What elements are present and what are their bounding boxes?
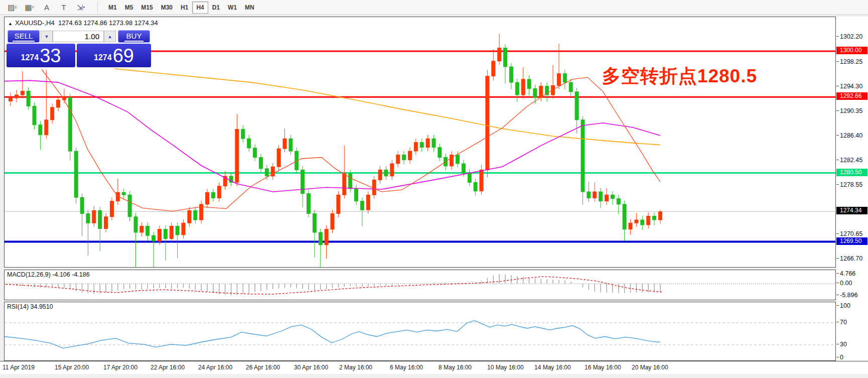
hline-price-label: 1292.66 <box>836 92 867 100</box>
date-label: 30 Apr 16:00 <box>294 364 328 371</box>
sell-price-big: 33 <box>40 46 61 65</box>
macd-tick: -5.896 <box>840 292 857 299</box>
chart-title: ▲XAUUSD-,H4 1274.63 1274.86 1273.98 1274… <box>8 19 158 27</box>
grid-tool-icon[interactable]: ▦F <box>22 2 37 14</box>
rsi-tick: 70 <box>840 319 847 326</box>
pattern-tool-icon[interactable]: ▨E <box>5 2 20 14</box>
timeframe-button-m15[interactable]: M15 <box>137 2 157 14</box>
price-tick: 1294.30 <box>840 83 862 90</box>
date-label: 10 May 16:00 <box>487 364 524 371</box>
arrow-up-icon: ▲ <box>108 34 112 39</box>
price-tick: 1270.65 <box>840 230 862 237</box>
macd-chart <box>5 270 835 300</box>
timeframe-button-h1[interactable]: H1 <box>177 2 192 14</box>
price-tick: 1298.25 <box>840 58 862 65</box>
timeframe-button-mn[interactable]: MN <box>241 2 258 14</box>
sell-price-box[interactable]: 127433 <box>7 44 75 67</box>
rsi-label: RSI(14) 34.9510 <box>7 303 53 310</box>
ohlc-quotes: 1274.63 1274.86 1273.98 1274.34 <box>58 19 158 27</box>
price-tick: 1286.40 <box>840 132 862 139</box>
textbox-tool-icon[interactable]: T <box>56 2 71 14</box>
sell-button[interactable]: SELL <box>8 30 40 43</box>
price-tick: 1290.35 <box>840 107 862 114</box>
date-label: 24 Apr 16:00 <box>198 364 232 371</box>
macd-tick: 0.00 <box>840 280 852 287</box>
date-label: 2 May 16:00 <box>339 364 372 371</box>
time-axis[interactable]: 11 Apr 201915 Apr 20:0017 Apr 20:0022 Ap… <box>0 361 868 374</box>
timeframe-button-d1[interactable]: D1 <box>208 2 224 14</box>
price-tick: 1302.20 <box>840 33 862 40</box>
turning-point-annotation: 多空转折点1280.5 <box>602 64 757 89</box>
date-label: 8 May 16:00 <box>439 364 472 371</box>
arrow-down-icon: ▼ <box>45 34 49 39</box>
date-label: 20 May 16:00 <box>632 364 668 371</box>
one-click-trade-panel: SELL ▼ ▲ BUY 127433 127469 <box>6 29 152 67</box>
date-label: 16 May 16:00 <box>585 364 621 371</box>
date-label: 14 May 16:00 <box>534 364 571 371</box>
price-axis[interactable]: 1302.201298.251294.301290.351286.401282.… <box>836 17 868 361</box>
volume-increase-button[interactable]: ▲ <box>104 31 116 42</box>
date-label: 11 Apr 2019 <box>3 364 35 371</box>
top-toolbar: ▨E▦FAT⇲▾M1M5M15M30H1H4D1W1MN <box>0 0 868 15</box>
timeframe-button-h4[interactable]: H4 <box>192 2 208 14</box>
buy-button[interactable]: BUY <box>118 30 150 43</box>
hline-price-label: 1300.00 <box>836 47 867 54</box>
date-label: 6 May 16:00 <box>390 364 423 371</box>
rsi-chart <box>5 302 835 360</box>
timeframe-button-w1[interactable]: W1 <box>224 2 241 14</box>
current-price-label: 1274.34 <box>836 207 867 214</box>
toolbar-separator <box>97 2 100 13</box>
symbol-name: XAUUSD-,H4 <box>15 19 55 27</box>
date-label: 17 Apr 20:00 <box>103 364 137 371</box>
macd-label: MACD(12,26,9) -4.106 -4.186 <box>7 271 90 278</box>
price-tick: 1282.45 <box>840 157 862 164</box>
price-tick: 1266.70 <box>840 255 862 262</box>
timeframe-button-m1[interactable]: M1 <box>104 2 121 14</box>
rsi-panel[interactable]: RSI(14) 34.9510 <box>4 302 836 361</box>
rsi-tick: 100 <box>840 302 850 309</box>
main-chart-panel[interactable]: ▲XAUUSD-,H4 1274.63 1274.86 1273.98 1274… <box>4 17 836 268</box>
rsi-tick: 30 <box>840 341 847 348</box>
buy-price-big: 69 <box>113 46 134 65</box>
macd-tick: 4.766 <box>840 270 855 277</box>
date-label: 22 Apr 16:00 <box>151 364 185 371</box>
collapse-triangle-icon[interactable]: ▲ <box>8 21 13 26</box>
timeframe-button-m30[interactable]: M30 <box>157 2 177 14</box>
text-tool-icon[interactable]: A <box>39 2 54 14</box>
buy-price-small: 1274 <box>94 50 112 65</box>
buy-price-box[interactable]: 127469 <box>77 44 151 67</box>
date-label: 26 Apr 16:00 <box>246 364 280 371</box>
timeframe-button-m5[interactable]: M5 <box>121 2 137 14</box>
hline-price-label: 1280.50 <box>836 169 867 176</box>
sell-price-small: 1274 <box>21 50 39 65</box>
rsi-tick: 0 <box>840 354 843 361</box>
volume-input[interactable] <box>53 31 104 42</box>
hline-price-label: 1269.50 <box>836 237 867 245</box>
price-tick: 1278.55 <box>840 181 862 188</box>
volume-decrease-button[interactable]: ▼ <box>41 31 53 42</box>
macd-panel[interactable]: MACD(12,26,9) -4.106 -4.186 <box>4 270 836 300</box>
cursor-tool-icon[interactable]: ⇲▾ <box>73 2 88 14</box>
date-label: 15 Apr 20:00 <box>55 364 89 371</box>
